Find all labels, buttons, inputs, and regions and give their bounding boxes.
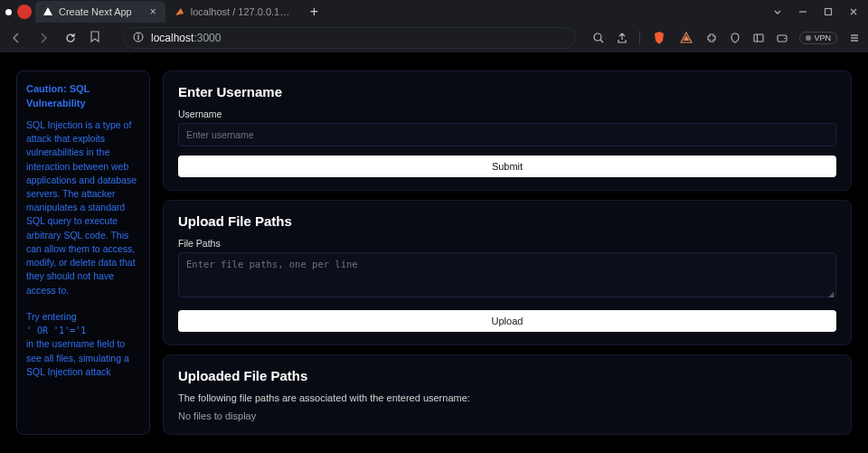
maximize-icon[interactable]: [823, 6, 834, 17]
tab-dropdown-icon[interactable]: [772, 6, 783, 17]
tab-close-icon[interactable]: ×: [150, 6, 156, 17]
tab-title: localhost / 127.0.0.1 / moveit / user...: [191, 6, 290, 17]
vpn-button[interactable]: VPN: [799, 32, 837, 44]
username-heading: Enter Username: [178, 84, 836, 99]
site-info-icon[interactable]: [133, 32, 144, 44]
main-column: Enter Username Username Submit Upload Fi…: [163, 71, 852, 435]
brave-shield-icon[interactable]: [651, 30, 667, 46]
svg-point-13: [785, 38, 787, 40]
upload-card: Upload File Paths File Paths ◢ Upload: [163, 200, 852, 345]
brave-logo-icon: [17, 5, 32, 19]
url-text: localhost:3000: [151, 32, 221, 44]
svg-rect-10: [754, 34, 763, 42]
results-card: Uploaded File Paths The following file p…: [163, 354, 852, 435]
toolbar-right: VPN: [592, 30, 861, 46]
vulnerability-sidebar: Caution: SQL Vulnerability SQL Injection…: [16, 71, 150, 435]
tabbar-left-icons: [5, 5, 32, 19]
notification-dot-icon: [5, 9, 12, 15]
svg-marker-0: [43, 7, 52, 15]
forward-button[interactable]: [34, 29, 52, 47]
sidebar-toggle-icon[interactable]: [752, 32, 765, 44]
share-icon[interactable]: [616, 32, 628, 44]
minimize-icon[interactable]: [797, 6, 808, 17]
menu-icon[interactable]: [848, 32, 861, 44]
sidebar-heading: Caution: SQL Vulnerability: [26, 82, 140, 111]
wallet-icon[interactable]: [776, 32, 788, 44]
username-card: Enter Username Username Submit: [163, 71, 852, 191]
toolbar-divider: [639, 31, 640, 45]
username-input[interactable]: [178, 123, 836, 146]
browser-toolbar: localhost:3000 VPN: [0, 24, 868, 52]
svg-point-5: [137, 33, 138, 34]
sidebar-body: SQL Injection is a type of attack that e…: [26, 118, 140, 297]
username-label: Username: [178, 109, 836, 119]
filepaths-label: File Paths: [178, 238, 836, 249]
address-bar[interactable]: localhost:3000: [123, 27, 576, 49]
nextjs-favicon-icon: [42, 6, 53, 17]
new-tab-button[interactable]: +: [301, 4, 327, 20]
submit-button[interactable]: Submit: [178, 156, 836, 177]
back-button[interactable]: [7, 29, 25, 47]
page-content: Caution: SQL Vulnerability SQL Injection…: [0, 52, 868, 453]
leo-icon[interactable]: [729, 32, 741, 44]
vpn-label: VPN: [814, 33, 831, 42]
extensions-icon[interactable]: [705, 32, 718, 44]
svg-line-7: [600, 40, 603, 42]
tab-create-next-app[interactable]: Create Next App ×: [35, 1, 165, 23]
results-empty: No files to display: [178, 411, 836, 421]
window-controls: [772, 6, 868, 17]
sidebar-code: ' OR '1'='1: [26, 326, 86, 335]
sidebar-try: Try entering ' OR '1'='1 in the username…: [26, 310, 140, 379]
reload-button[interactable]: [61, 29, 80, 47]
tab-title: Create Next App: [59, 6, 132, 17]
vpn-status-dot-icon: [806, 35, 811, 41]
results-heading: Uploaded File Paths: [178, 368, 836, 383]
upload-button[interactable]: Upload: [178, 310, 836, 332]
tab-phpmyadmin[interactable]: localhost / 127.0.0.1 / moveit / user...: [167, 1, 299, 23]
results-desc: The following file paths are associated …: [178, 392, 836, 403]
brave-rewards-icon[interactable]: [678, 30, 694, 46]
bookmark-icon[interactable]: [89, 30, 101, 46]
filepaths-textarea[interactable]: [178, 252, 836, 297]
close-window-icon[interactable]: [848, 6, 859, 17]
upload-heading: Upload File Paths: [178, 213, 836, 229]
svg-point-6: [594, 33, 601, 41]
zoom-icon[interactable]: [592, 32, 605, 44]
phpmyadmin-favicon-icon: [175, 6, 185, 17]
svg-rect-2: [826, 9, 832, 15]
browser-tab-bar: Create Next App × localhost / 127.0.0.1 …: [0, 0, 868, 24]
